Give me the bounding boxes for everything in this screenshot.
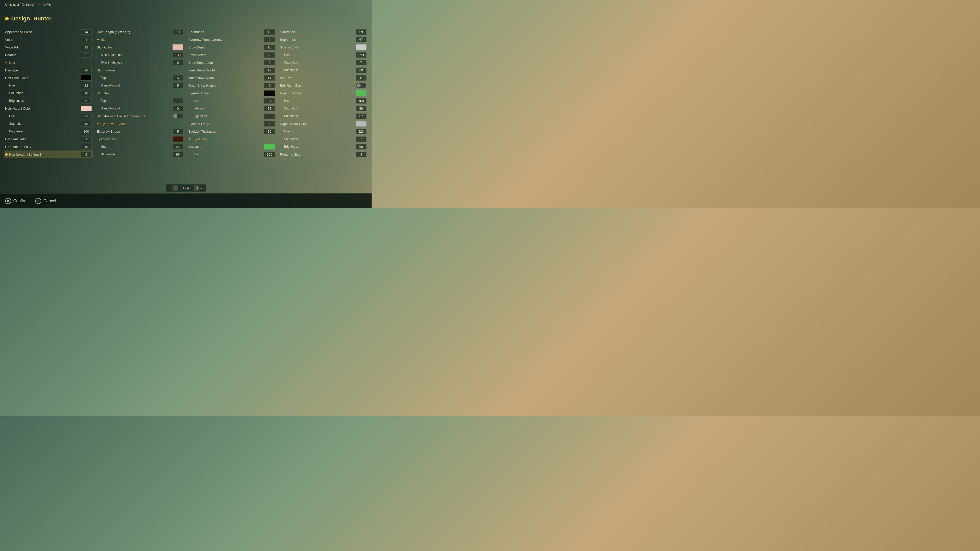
list-item[interactable]: Blend Amount0: [96, 105, 184, 112]
value-box[interactable]: 72: [264, 106, 275, 111]
value-box[interactable]: 6: [264, 114, 275, 119]
value-box[interactable]: 0: [264, 83, 275, 88]
value-box[interactable]: 60: [356, 68, 366, 73]
list-item[interactable]: Right Iris Color: [279, 89, 368, 97]
list-item[interactable]: Eyebrow Shape5: [96, 127, 184, 135]
list-item[interactable]: Type1: [96, 97, 184, 105]
color-swatch[interactable]: [356, 90, 366, 96]
list-item[interactable]: Brightness67: [279, 112, 368, 120]
list-item[interactable]: Sclera Color: [279, 43, 368, 51]
list-item[interactable]: Iris Size8: [279, 74, 368, 82]
value-box[interactable]: 7: [356, 137, 366, 142]
value-box[interactable]: 37: [264, 98, 275, 103]
value-box[interactable]: 0: [172, 106, 183, 111]
next-page-btn[interactable]: R1 »: [194, 186, 202, 191]
value-box[interactable]: 59: [356, 29, 366, 35]
value-box[interactable]: 60: [356, 144, 366, 149]
value-box[interactable]: 1: [81, 137, 92, 142]
value-box[interactable]: 19: [264, 129, 275, 134]
list-item[interactable]: Brow Separation0: [187, 59, 276, 66]
list-item[interactable]: Iris Color: [187, 143, 276, 151]
list-item[interactable]: Type5: [96, 74, 184, 82]
value-box[interactable]: 6: [81, 152, 92, 157]
list-item[interactable]: Saturation72: [187, 105, 276, 112]
list-item[interactable]: Eyelash Thickness19: [187, 127, 276, 135]
color-swatch[interactable]: [172, 136, 183, 142]
value-box[interactable]: 12: [264, 29, 275, 35]
list-item[interactable]: Brightness100: [4, 127, 93, 135]
value-box[interactable]: 17: [264, 68, 275, 73]
list-item[interactable]: Hair Accent Color: [4, 105, 93, 112]
list-item[interactable]: Inner Brow Height17: [187, 66, 276, 74]
value-box[interactable]: 18: [81, 121, 92, 127]
value-box[interactable]: 223: [356, 52, 366, 58]
value-box[interactable]: 10: [81, 144, 92, 149]
value-box[interactable]: 10: [81, 91, 92, 96]
list-item[interactable]: Brightness5: [4, 97, 93, 105]
list-item[interactable]: Right Iris Size8: [279, 151, 368, 158]
list-item[interactable]: Eyelash Color: [187, 89, 276, 97]
value-box[interactable]: 6: [264, 121, 275, 127]
value-box[interactable]: 59: [356, 106, 366, 111]
color-swatch[interactable]: [81, 106, 92, 111]
value-box[interactable]: 5: [81, 98, 92, 103]
value-box[interactable]: 20: [264, 52, 275, 58]
color-swatch[interactable]: [264, 90, 275, 96]
value-box[interactable]: 14: [81, 29, 92, 35]
list-item[interactable]: Hue22: [96, 143, 184, 151]
cancel-button[interactable]: ○ Cancel: [35, 198, 56, 204]
list-item[interactable]: Hue223: [279, 127, 368, 135]
list-item[interactable]: Saturation59: [279, 105, 368, 112]
list-item[interactable]: Hairstyle26: [4, 66, 93, 74]
list-item[interactable]: Gradient Ratio1: [4, 135, 93, 143]
list-item[interactable]: Bearing2: [4, 51, 93, 59]
value-box[interactable]: 4: [81, 37, 92, 42]
value-box[interactable]: 100: [356, 98, 366, 103]
value-box[interactable]: 5: [172, 83, 183, 88]
value-box[interactable]: 10: [172, 29, 183, 35]
list-item[interactable]: Saturation96: [96, 151, 184, 158]
list-item[interactable]: Brightness60: [279, 66, 368, 74]
list-item[interactable]: Brightness67: [279, 36, 368, 43]
list-item[interactable]: Brightness6: [187, 112, 276, 120]
list-item[interactable]: Hue100: [187, 151, 276, 158]
l1-button[interactable]: L1: [172, 186, 178, 191]
color-swatch[interactable]: [264, 144, 275, 149]
value-box[interactable]: 8: [356, 152, 366, 157]
value-box[interactable]: 1: [172, 98, 183, 103]
list-item[interactable]: Hair Base Color: [4, 74, 93, 82]
list-item[interactable]: Hue21: [4, 112, 93, 120]
list-item[interactable]: Brow Height20: [187, 51, 276, 59]
color-swatch[interactable]: [356, 121, 366, 127]
list-item[interactable]: Hair Length (Setting 1)6: [4, 151, 93, 158]
list-item[interactable]: Brightness12: [187, 28, 276, 36]
list-item[interactable]: Saturation10: [4, 89, 93, 97]
value-box[interactable]: 139: [172, 52, 183, 58]
list-item[interactable]: Gradient Intensity10: [4, 143, 93, 151]
value-box[interactable]: 0: [172, 60, 183, 65]
r1-button[interactable]: R1: [194, 186, 199, 191]
list-item[interactable]: Saturation59: [279, 28, 368, 36]
list-item[interactable]: Hair Length (Setting 2)10: [96, 28, 184, 36]
toggle-switch[interactable]: [172, 114, 183, 119]
list-item[interactable]: Hue223: [279, 51, 368, 59]
value-box[interactable]: 100: [264, 152, 275, 157]
prev-page-btn[interactable]: « L1: [170, 186, 178, 191]
list-item[interactable]: Brow Depth10: [187, 43, 276, 51]
list-item[interactable]: Skin Color: [96, 43, 184, 51]
value-box[interactable]: 2: [81, 52, 92, 58]
value-box[interactable]: 13: [81, 44, 92, 50]
color-swatch[interactable]: [356, 44, 366, 50]
list-item[interactable]: Hue37: [187, 97, 276, 105]
list-item[interactable]: Wrinkles with Facial Expressions: [96, 112, 184, 120]
value-box[interactable]: 223: [356, 129, 366, 134]
value-box[interactable]: 22: [172, 144, 183, 149]
list-item[interactable]: Outer Brow Height0: [187, 82, 276, 89]
list-item[interactable]: Eyelash Length6: [187, 120, 276, 127]
list-item[interactable]: Saturation18: [4, 120, 93, 127]
confirm-button[interactable]: ✕ Confirm: [5, 198, 27, 204]
list-item[interactable]: Right Sclera Color: [279, 120, 368, 127]
value-box[interactable]: 5: [172, 129, 183, 134]
list-item[interactable]: Eyebrow Transparency0: [187, 36, 276, 43]
value-box[interactable]: 0: [264, 60, 275, 65]
